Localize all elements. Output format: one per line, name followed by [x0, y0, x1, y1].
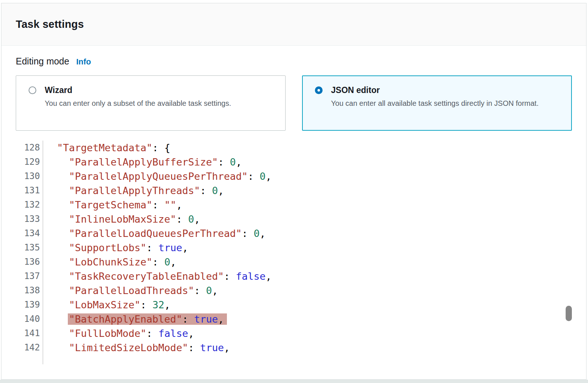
radio-selected-icon[interactable] — [315, 86, 323, 94]
highlighted-code: "BatchApplyEnabled": true, — [69, 313, 224, 325]
code-text: "LimitedSizeLobMode": true, — [43, 341, 230, 355]
option-json-editor-description: You can enter all available task setting… — [331, 98, 551, 109]
code-text: "FullLobMode": false, — [43, 326, 194, 341]
code-line: 134 "ParallelLoadQueuesPerThread": 0, — [16, 226, 586, 241]
option-json-editor-header: JSON editor — [315, 85, 565, 95]
option-json-editor[interactable]: JSON editor You can enter all available … — [302, 75, 572, 131]
vertical-scrollbar-thumb[interactable] — [566, 306, 572, 321]
code-text: "BatchApplyEnabled": true, — [43, 312, 224, 326]
option-wizard-description: You can enter only a subset of the avail… — [45, 98, 279, 109]
option-wizard-header: Wizard — [29, 85, 279, 95]
code-text: "ParallelApplyBufferSize": 0, — [43, 155, 242, 169]
code-line: 133 "InlineLobMaxSize": 0, — [16, 212, 586, 226]
line-number — [16, 355, 43, 364]
code-line: 141 "FullLobMode": false, — [16, 326, 586, 341]
code-line: 131 "ParallelApplyThreads": 0, — [16, 183, 586, 198]
page-background-strip — [0, 380, 588, 383]
line-number: 141 — [16, 326, 43, 341]
line-number: 138 — [16, 283, 43, 298]
info-link[interactable]: Info — [76, 57, 91, 67]
code-line-empty — [16, 355, 586, 364]
line-number: 135 — [16, 241, 43, 255]
code-line: 139 "LobMaxSize": 32, — [16, 298, 586, 312]
editing-mode-row: Editing mode Info — [16, 56, 586, 67]
line-number: 136 — [16, 255, 43, 269]
code-line: 136 "LobChunkSize": 0, — [16, 255, 586, 269]
code-line: 130 "ParallelApplyQueuesPerThread": 0, — [16, 169, 586, 183]
line-number: 130 — [16, 169, 43, 183]
line-number: 142 — [16, 341, 43, 355]
code-text: "TargetSchema": "", — [43, 198, 182, 212]
line-number: 133 — [16, 212, 43, 226]
radio-unselected-icon[interactable] — [29, 86, 36, 94]
json-editor[interactable]: 128 "TargetMetadata": {129 "ParallelAppl… — [16, 141, 586, 364]
editing-mode-label: Editing mode — [16, 56, 69, 67]
line-number: 128 — [16, 141, 43, 155]
line-number: 139 — [16, 298, 43, 312]
code-lines: 128 "TargetMetadata": {129 "ParallelAppl… — [16, 141, 586, 364]
code-line: 142 "LimitedSizeLobMode": true, — [16, 341, 586, 355]
code-text: "ParallelApplyThreads": 0, — [43, 183, 224, 198]
line-number: 131 — [16, 183, 43, 198]
option-wizard[interactable]: Wizard You can enter only a subset of th… — [16, 75, 286, 131]
code-line: 137 "TaskRecoveryTableEnabled": false, — [16, 269, 586, 283]
panel-header: Task settings — [1, 3, 586, 46]
code-text: "TargetMetadata": { — [43, 141, 170, 155]
code-line: 128 "TargetMetadata": { — [16, 141, 586, 155]
line-number: 129 — [16, 155, 43, 169]
editing-mode-options: Wizard You can enter only a subset of th… — [16, 75, 586, 131]
option-wizard-title: Wizard — [45, 85, 72, 95]
line-number: 134 — [16, 226, 43, 241]
code-text: "ParallelLoadThreads": 0, — [43, 283, 218, 298]
code-line: 132 "TargetSchema": "", — [16, 198, 586, 212]
code-line: 129 "ParallelApplyBufferSize": 0, — [16, 155, 586, 169]
task-settings-panel: Task settings Editing mode Info Wizard Y… — [1, 3, 587, 380]
code-line: 138 "ParallelLoadThreads": 0, — [16, 283, 586, 298]
code-text: "ParallelApplyQueuesPerThread": 0, — [43, 169, 272, 183]
line-number: 140 — [16, 312, 43, 326]
code-text: "TaskRecoveryTableEnabled": false, — [43, 269, 272, 283]
code-text: "SupportLobs": true, — [43, 241, 188, 255]
code-text: "ParallelLoadQueuesPerThread": 0, — [43, 226, 265, 241]
line-number: 137 — [16, 269, 43, 283]
code-line: 135 "SupportLobs": true, — [16, 241, 586, 255]
code-text: "InlineLobMaxSize": 0, — [43, 212, 200, 226]
panel-content: Editing mode Info Wizard You can enter o… — [1, 46, 586, 364]
line-number: 132 — [16, 198, 43, 212]
code-line: 140 "BatchApplyEnabled": true, — [16, 312, 586, 326]
code-text: "LobMaxSize": 32, — [43, 298, 170, 312]
code-text: "LobChunkSize": 0, — [43, 255, 176, 269]
page-title: Task settings — [16, 18, 84, 30]
option-json-editor-title: JSON editor — [331, 85, 380, 95]
